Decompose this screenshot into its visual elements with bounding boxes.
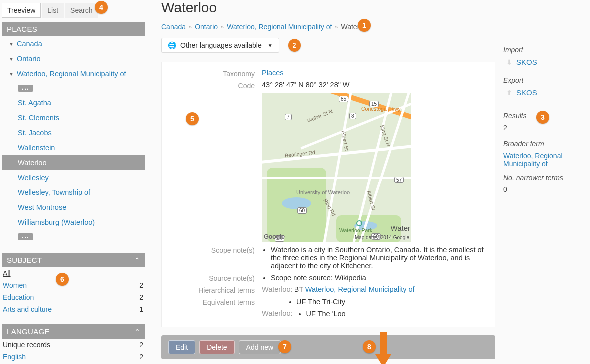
download-icon: ⬇ (506, 58, 512, 66)
tree-item-ontario[interactable]: ▼Ontario (2, 51, 145, 66)
map-shield-7: 7 (285, 114, 292, 120)
export-heading: Export (503, 74, 584, 87)
import-heading: Import (503, 44, 584, 57)
tree-item-st-agatha[interactable]: St. Agatha (2, 95, 145, 110)
places-panel-header: PLACES (2, 22, 145, 36)
taxonomy-link[interactable]: Places (262, 69, 284, 77)
broader-term-link[interactable]: Waterloo, Regional Municipality of (503, 151, 584, 169)
tree-item-waterloo-rm[interactable]: ▼Waterloo, Regional Municipality of (2, 66, 145, 81)
subject-row-education[interactable]: Education 2 (2, 291, 145, 303)
tree-item-label: Wellesley, Township of (18, 188, 90, 196)
map-viewport[interactable]: 85 15 8 7 57 58 60 60 Conestoga Pkwy Web… (262, 93, 411, 242)
hier-link[interactable]: Waterloo, Regional Municipality of (305, 285, 415, 293)
tree-item-label: Waterloo, Regional Municipality of (17, 70, 126, 78)
delete-button[interactable]: Delete (199, 340, 234, 354)
ellipsis-icon: ... (18, 233, 33, 240)
narrower-terms-count: 0 (503, 184, 584, 196)
equiv-prefix: Waterloo: (262, 309, 293, 318)
export-skos-link[interactable]: ⬆ SKOS (503, 87, 584, 102)
scope-note-item: Waterloo is a city in Southern Ontario, … (271, 245, 486, 270)
caret-down-icon: ▼ (9, 41, 14, 47)
tree-item-waterloo[interactable]: Waterloo (2, 155, 145, 170)
ellipsis-icon: ... (18, 85, 33, 92)
equiv-term-item: UF The Tri-City (296, 297, 486, 306)
chevron-up-icon: ⌃ (134, 256, 140, 264)
facet-label: Arts and culture (3, 305, 52, 313)
page-title: Waterloo (161, 0, 495, 16)
annotation-marker-5: 5 (186, 112, 199, 125)
hier-relation: BT (295, 285, 303, 293)
other-languages-button[interactable]: 🌐 Other languages available ▼ (161, 38, 279, 53)
language-facet-label: LANGUAGE (7, 327, 50, 336)
tree-item-west-montrose[interactable]: West Montrose (2, 200, 145, 215)
export-skos-label: SKOS (516, 88, 537, 97)
tree-item-st-jacobs[interactable]: St. Jacobs (2, 125, 145, 140)
language-row-english[interactable]: English 2 (2, 351, 145, 363)
map-label-uw: University of Waterloo (296, 189, 350, 195)
annotation-marker-3: 3 (536, 111, 549, 124)
tab-treeview[interactable]: Treeview (2, 3, 41, 18)
breadcrumb-waterloo-rm[interactable]: Waterloo, Regional Municipality of (227, 23, 332, 31)
results-count: 2 (503, 123, 584, 135)
tree-item-label: Wallenstein (18, 144, 55, 152)
facet-label: Unique records (3, 341, 50, 349)
hier-prefix: Waterloo: (262, 285, 293, 293)
tree-item-st-clements[interactable]: St. Clements (2, 110, 145, 125)
tab-list[interactable]: List (42, 3, 64, 18)
facet-count: 2 (139, 341, 143, 349)
annotation-marker-2: 2 (288, 39, 301, 52)
subject-all-label: All (3, 269, 11, 277)
subject-all-row[interactable]: All (2, 267, 145, 279)
source-note-item: Scope note source: Wikipedia (271, 273, 486, 282)
subject-facet-label: SUBJECT (7, 256, 42, 264)
tree-item-williamsburg[interactable]: Williamsburg (Waterloo) (2, 215, 145, 230)
subject-row-arts[interactable]: Arts and culture 1 (2, 303, 145, 315)
tree-item-more-below[interactable]: ... (2, 230, 145, 244)
tree-item-label: St. Clements (18, 114, 59, 122)
breadcrumb-canada[interactable]: Canada (161, 23, 186, 31)
tree-item-wallenstein[interactable]: Wallenstein (2, 140, 145, 155)
language-row-unique[interactable]: Unique records 2 (2, 339, 145, 351)
import-skos-link[interactable]: ⬇ SKOS (503, 57, 584, 71)
map-label-city: Water (391, 224, 410, 232)
edit-button[interactable]: Edit (168, 340, 195, 354)
caret-down-icon: ▼ (268, 43, 273, 48)
field-label-source-notes: Source note(s) (167, 273, 262, 282)
arrow-down-icon (380, 332, 387, 355)
tree-item-label: Williamsburg (Waterloo) (18, 218, 95, 226)
subject-row-women[interactable]: Women 2 (2, 279, 145, 291)
breadcrumb-sep-icon: » (221, 24, 224, 30)
tree-item-more-above[interactable]: ... (2, 81, 145, 95)
map-label-waterloo-park: Waterloo Park (339, 227, 372, 233)
annotation-marker-7: 7 (278, 340, 291, 353)
breadcrumb-sep-icon: » (189, 24, 192, 30)
caret-down-icon: ▼ (9, 71, 14, 77)
facet-label: Women (3, 281, 27, 289)
tree-item-wellesley-twp[interactable]: Wellesley, Township of (2, 185, 145, 200)
tree-item-label: Ontario (17, 55, 41, 63)
map-attribution: Map data ©2014 Google (355, 235, 409, 240)
facet-label: Education (3, 293, 34, 301)
add-new-button[interactable]: Add new (239, 340, 281, 354)
facet-count: 2 (139, 281, 143, 289)
map-shield-60a: 60 (297, 207, 307, 214)
upload-icon: ⬆ (506, 89, 512, 97)
tab-search[interactable]: Search (65, 3, 98, 18)
map-label-weber: Weber St N (306, 108, 334, 123)
annotation-marker-6: 6 (56, 273, 69, 286)
tree-item-wellesley[interactable]: Wellesley (2, 170, 145, 185)
tree-item-canada[interactable]: ▼Canada (2, 36, 145, 51)
tree-item-label: Canada (17, 40, 42, 48)
facet-label: English (3, 353, 26, 361)
map-shield-57: 57 (394, 177, 404, 183)
arrow-down-icon (375, 354, 391, 364)
map-google-logo: Google (264, 233, 285, 240)
breadcrumb-ontario[interactable]: Ontario (195, 23, 218, 31)
caret-down-icon: ▼ (9, 56, 14, 62)
field-label-code: Code (167, 81, 262, 90)
import-skos-label: SKOS (516, 58, 537, 66)
subject-facet-header[interactable]: SUBJECT ⌃ (2, 253, 145, 267)
language-facet-header[interactable]: LANGUAGE ⌃ (2, 324, 145, 339)
facet-count: 2 (139, 353, 143, 361)
equiv-term-item: UF The 'Loo (306, 309, 346, 318)
